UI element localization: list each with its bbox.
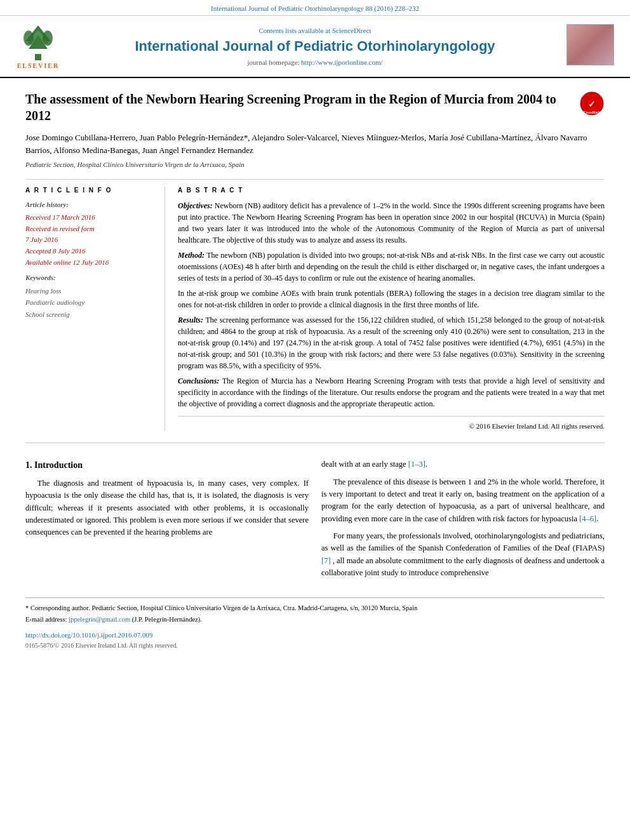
cover-thumbnail: [566, 24, 614, 65]
article-info-heading: A R T I C L E I N F O: [25, 186, 155, 195]
results-label: Results:: [178, 316, 203, 324]
abstract-text: Objectives: Newborn (NB) auditory defici…: [178, 200, 605, 410]
conclusions-text: The Region of Murcia has a Newborn Heari…: [178, 377, 605, 408]
journal-center: Contents lists available at ScienceDirec…: [70, 26, 560, 67]
journal-header: ELSEVIER Contents lists available at Sci…: [0, 16, 630, 78]
ref-link-4-6[interactable]: [4–6]: [579, 514, 596, 523]
objectives-label: Objectives:: [178, 201, 213, 210]
received-revised-label: Received in revised form: [25, 223, 155, 235]
history-label: Article history:: [25, 200, 155, 210]
doi-link[interactable]: http://dx.doi.org/10.1016/j.ijporl.2016.…: [25, 631, 153, 639]
intro-p3: The prevalence of this disease is betwee…: [321, 476, 605, 526]
divider-1: [25, 179, 605, 180]
svg-text:✓: ✓: [588, 99, 596, 109]
corresponding-author: * Corresponding author. Pediatric Sectio…: [25, 603, 605, 613]
keyword-3: School screenig: [25, 309, 155, 321]
intro-p4: For many years, the professionals involv…: [321, 530, 605, 580]
article-dates: Received 17 March 2016 Received in revis…: [25, 212, 155, 268]
available-online: Available online 12 July 2016: [25, 257, 155, 269]
homepage-link[interactable]: http://www.ijporlonline.com/: [301, 58, 382, 66]
article-title-text: The assessment of the Newborn Hearing Sc…: [25, 91, 579, 124]
elsevier-logo: ELSEVIER: [13, 22, 64, 70]
intro-p2: dealt with at an early stage [1–3].: [321, 458, 605, 470]
elsevier-label: ELSEVIER: [17, 62, 60, 70]
abstract-method2: In the at-risk group we combine AOEs wit…: [178, 288, 605, 310]
article-info: A R T I C L E I N F O Article history: R…: [25, 186, 165, 431]
received-date: Received 17 March 2016: [25, 212, 155, 223]
method-text: The newborn (NB) population is divided i…: [178, 251, 605, 283]
results-text: The screening performance was assessed f…: [178, 316, 605, 370]
email-link[interactable]: jppelegrin@gmail.com: [69, 616, 130, 623]
abstract-conclusions: Conclusions: The Region of Murcia has a …: [178, 375, 605, 410]
ref-link-1-3[interactable]: [1–3]: [408, 460, 426, 469]
doi-section: http://dx.doi.org/10.1016/j.ijporl.2016.…: [25, 630, 605, 641]
abstract-objectives: Objectives: Newborn (NB) auditory defici…: [178, 200, 605, 246]
main-content: The assessment of the Newborn Hearing Sc…: [0, 78, 630, 662]
abstract-method: Method: The newborn (NB) population is d…: [178, 250, 605, 284]
conclusions-label: Conclusions:: [178, 377, 219, 385]
abstract-heading: A B S T R A C T: [178, 186, 605, 195]
accepted-date: Accepted 8 July 2016: [25, 246, 155, 257]
divider-2: [25, 443, 605, 443]
elsevier-tree-icon: [16, 22, 60, 60]
introduction-section: 1. Introduction The diagnosis and treatm…: [25, 458, 605, 584]
svg-rect-0: [35, 54, 41, 60]
abstract-section: A B S T R A C T Objectives: Newborn (NB)…: [178, 186, 605, 431]
svg-point-4: [23, 30, 34, 46]
intro-right-col: dealt with at an early stage [1–3]. The …: [321, 458, 605, 584]
journal-homepage: journal homepage: http://www.ijporlonlin…: [70, 58, 560, 67]
keyword-2: Paediatric audiology: [25, 297, 155, 309]
keywords-list: Hearing loss Paediatric audiology School…: [25, 285, 155, 321]
ref-link-7[interactable]: [7]: [321, 556, 331, 565]
abstract-results: Results: The screening performance was a…: [178, 314, 605, 371]
footnote-section: * Corresponding author. Pediatric Sectio…: [25, 597, 605, 650]
method-label: Method:: [178, 251, 204, 260]
sciencedirect-anchor[interactable]: ScienceDirect: [332, 27, 372, 34]
issn-line: 0165-5876/© 2016 Elsevier Ireland Ltd. A…: [25, 641, 605, 650]
journal-citation: International Journal of Pediatric Otorh…: [0, 0, 630, 16]
intro-two-col: 1. Introduction The diagnosis and treatm…: [25, 458, 605, 584]
intro-p1: The diagnosis and treatment of hypoacusi…: [25, 477, 309, 539]
crossmark-icon: ✓ CrossMark: [579, 91, 605, 116]
article-title-block: The assessment of the Newborn Hearing Sc…: [25, 91, 605, 124]
journal-title: International Journal of Pediatric Otorh…: [70, 38, 560, 55]
svg-text:CrossMark: CrossMark: [584, 110, 600, 114]
keyword-1: Hearing loss: [25, 285, 155, 297]
keywords-label: Keywords:: [25, 273, 155, 283]
copyright: © 2016 Elsevier Ireland Ltd. All rights …: [178, 416, 605, 431]
received-revised-date: 7 July 2016: [25, 234, 155, 246]
article-info-abstract: A R T I C L E I N F O Article history: R…: [25, 186, 605, 431]
email-line: E-mail address: jppelegrin@gmail.com (J.…: [25, 615, 605, 625]
objectives-text: Newborn (NB) auditory deficit has a prev…: [178, 201, 605, 244]
intro-title: 1. Introduction: [25, 458, 309, 472]
journal-cover-image: [566, 24, 617, 69]
affiliation: Pediatric Section, Hospital Clínico Univ…: [25, 160, 605, 170]
svg-point-5: [43, 30, 53, 46]
authors: Jose Domingo Cubillana-Herrero, Juan Pab…: [25, 131, 605, 156]
sciencedirect-link: Contents lists available at ScienceDirec…: [70, 26, 560, 36]
intro-left-col: 1. Introduction The diagnosis and treatm…: [25, 458, 309, 584]
